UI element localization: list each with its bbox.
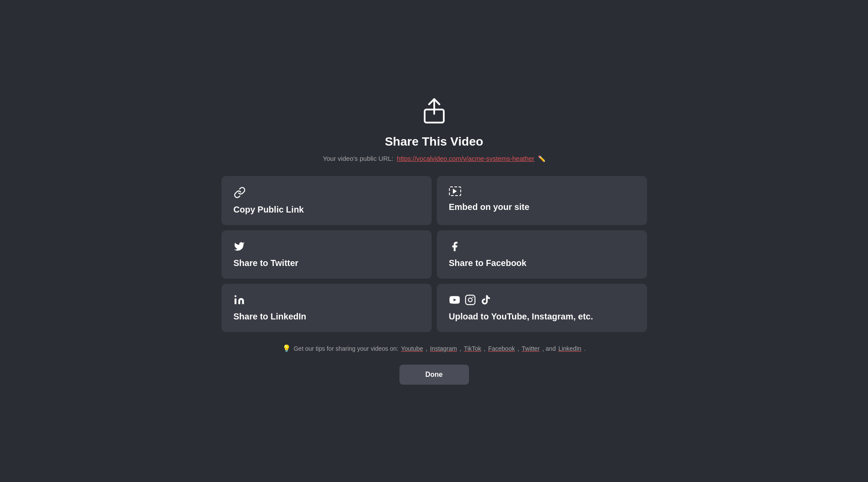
embed-on-site-label: Embed on your site xyxy=(449,202,635,212)
tips-link-twitter[interactable]: Twitter xyxy=(522,345,540,352)
copy-public-link-card[interactable]: Copy Public Link xyxy=(221,176,432,225)
public-url-link[interactable]: https://vocalvideo.com/v/acme-systems-he… xyxy=(397,155,535,162)
tips-link-instagram[interactable]: Instagram xyxy=(430,345,457,352)
embed-on-site-card[interactable]: Embed on your site xyxy=(437,176,647,225)
share-linkedin-card[interactable]: Share to LinkedIn xyxy=(221,284,432,332)
share-twitter-card[interactable]: Share to Twitter xyxy=(221,230,432,279)
facebook-icon xyxy=(449,241,635,252)
tips-link-youtube[interactable]: Youtube xyxy=(401,345,423,352)
svg-point-3 xyxy=(234,295,236,297)
upload-multi-label: Upload to YouTube, Instagram, etc. xyxy=(449,312,635,322)
tips-prefix: Get our tips for sharing your videos on: xyxy=(294,345,398,352)
tips-link-linkedin[interactable]: LinkedIn xyxy=(558,345,581,352)
multi-platform-icons xyxy=(449,294,635,306)
share-icon xyxy=(420,97,448,127)
share-facebook-label: Share to Facebook xyxy=(449,258,635,268)
page-title: Share This Video xyxy=(385,135,483,149)
share-linkedin-label: Share to LinkedIn xyxy=(234,312,419,322)
twitter-icon xyxy=(234,241,419,252)
share-options-grid: Copy Public Link Embed on your site Shar… xyxy=(221,176,647,332)
svg-point-6 xyxy=(468,298,472,302)
linkedin-icon xyxy=(234,294,419,306)
svg-point-7 xyxy=(472,297,473,298)
edit-icon[interactable]: ✏️ xyxy=(538,155,545,162)
svg-rect-5 xyxy=(465,295,475,305)
tips-icon: 💡 xyxy=(282,344,291,352)
svg-rect-2 xyxy=(234,299,236,304)
url-label: Your video's public URL: xyxy=(323,155,393,162)
done-button[interactable]: Done xyxy=(399,365,469,385)
tips-row: 💡 Get our tips for sharing your videos o… xyxy=(282,344,586,352)
share-modal: Share This Video Your video's public URL… xyxy=(221,97,647,385)
tips-link-tiktok[interactable]: TikTok xyxy=(464,345,481,352)
share-facebook-card[interactable]: Share to Facebook xyxy=(437,230,647,279)
url-row: Your video's public URL: https://vocalvi… xyxy=(323,155,545,162)
share-twitter-label: Share to Twitter xyxy=(234,258,419,268)
tips-link-facebook[interactable]: Facebook xyxy=(488,345,515,352)
embed-icon xyxy=(449,186,635,196)
link-icon xyxy=(234,186,419,199)
copy-public-link-label: Copy Public Link xyxy=(234,205,419,215)
upload-multi-card[interactable]: Upload to YouTube, Instagram, etc. xyxy=(437,284,647,332)
